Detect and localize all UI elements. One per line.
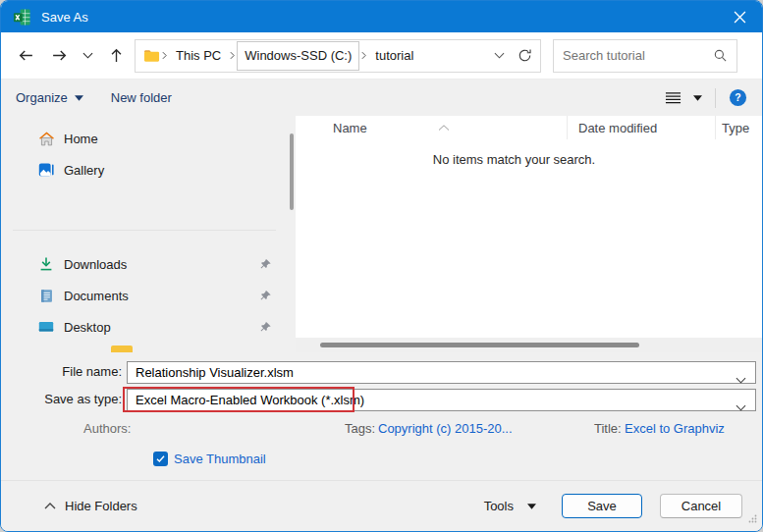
pin-icon[interactable]: [259, 321, 272, 334]
horizontal-scrollbar[interactable]: [296, 338, 762, 352]
address-bar[interactable]: This PC Windows-SSD (C:) tutorial: [135, 39, 541, 73]
sidebar-item-home[interactable]: Home: [1, 127, 286, 150]
sidebar-scrollbar[interactable]: [290, 133, 294, 210]
downloads-icon: [37, 256, 55, 272]
authors-label: Authors:: [83, 421, 131, 436]
pin-icon[interactable]: [259, 258, 272, 271]
sidebar: Home Gallery D: [1, 116, 296, 352]
pin-icon[interactable]: [259, 290, 272, 302]
organize-button[interactable]: Organize: [16, 90, 83, 105]
caret-down-icon: [75, 95, 83, 101]
breadcrumb-separator-icon: [228, 51, 237, 60]
breadcrumb-tutorial[interactable]: tutorial: [368, 41, 420, 71]
save-as-dialog: Save As: [0, 0, 763, 532]
tags-label: Tags:: [345, 421, 375, 436]
search-icon: [713, 48, 728, 63]
file-list: Name Date modified Type No items match y…: [296, 116, 762, 352]
close-button[interactable]: [717, 1, 762, 32]
breadcrumb-this-pc[interactable]: This PC: [169, 41, 228, 71]
chevron-up-icon: [44, 503, 56, 509]
command-bar: Organize New folder ?: [1, 80, 762, 116]
resize-grip[interactable]: [748, 509, 757, 527]
caret-down-icon: [693, 95, 702, 101]
sidebar-item-label: Documents: [64, 289, 129, 303]
recent-locations-button[interactable]: [76, 40, 99, 72]
file-name-label: File name:: [1, 364, 122, 379]
sidebar-separator: [13, 230, 276, 231]
gallery-icon: [37, 162, 55, 178]
title-value[interactable]: Excel to Graphviz: [625, 421, 725, 436]
empty-results-message: No items match your search.: [296, 152, 733, 167]
search-input[interactable]: [563, 48, 713, 63]
home-icon: [37, 131, 55, 147]
folder-icon: [143, 49, 160, 63]
close-icon: [734, 11, 746, 24]
hide-folders-button[interactable]: Hide Folders: [44, 499, 137, 513]
title-label: Title:: [594, 421, 622, 436]
checkmark-icon: [155, 453, 166, 464]
window-title: Save As: [41, 10, 88, 25]
sidebar-item-label: Desktop: [64, 320, 111, 335]
up-button[interactable]: [99, 40, 133, 72]
details-view-icon: [665, 91, 681, 105]
sort-ascending-icon: [438, 117, 450, 134]
refresh-icon: [518, 48, 532, 63]
cancel-button[interactable]: Cancel: [660, 494, 742, 518]
save-form: File name: Save as type: Excel Macro-Ena…: [1, 352, 762, 480]
documents-icon: [37, 289, 55, 303]
save-as-type-label: Save as type:: [1, 392, 122, 406]
address-dropdown-button[interactable]: [486, 41, 512, 71]
column-header-date-modified[interactable]: Date modified: [568, 116, 716, 139]
sidebar-item-documents[interactable]: Documents: [1, 284, 286, 307]
file-name-combobox[interactable]: [127, 361, 756, 384]
chevron-down-icon[interactable]: [736, 370, 746, 388]
sidebar-item-downloads[interactable]: Downloads: [1, 252, 286, 276]
help-icon: ?: [729, 88, 747, 107]
refresh-button[interactable]: [512, 41, 537, 71]
sidebar-item-label: Downloads: [64, 257, 127, 272]
save-button[interactable]: Save: [562, 494, 642, 518]
save-label: Save: [587, 499, 617, 513]
save-as-type-select[interactable]: Excel Macro-Enabled Workbook (*.xlsm): [127, 389, 756, 411]
breadcrumb-windows-ssd[interactable]: Windows-SSD (C:): [237, 41, 359, 71]
file-list-header: Name Date modified Type: [296, 116, 762, 139]
tools-label: Tools: [484, 499, 514, 513]
desktop-icon: [37, 319, 55, 335]
toolbar-divider: [715, 88, 716, 108]
chevron-down-icon: [82, 52, 93, 59]
organize-label: Organize: [16, 90, 68, 105]
column-header-name[interactable]: Name: [296, 116, 568, 139]
column-header-type[interactable]: Type: [716, 116, 762, 139]
file-name-input[interactable]: [136, 365, 730, 380]
chevron-down-icon: [494, 52, 505, 59]
hide-folders-label: Hide Folders: [65, 499, 137, 513]
back-arrow-icon: [18, 47, 34, 64]
new-folder-button[interactable]: New folder: [111, 90, 172, 105]
column-label: Date modified: [578, 121, 657, 135]
forward-button[interactable]: [42, 40, 76, 72]
breadcrumb-separator-icon: [359, 51, 368, 60]
chevron-down-icon[interactable]: [736, 398, 746, 415]
save-thumbnail-label[interactable]: Save Thumbnail: [174, 452, 266, 466]
new-folder-label: New folder: [111, 90, 172, 105]
horizontal-scrollbar-thumb[interactable]: [320, 343, 639, 347]
sidebar-item-label: Gallery: [64, 163, 104, 178]
help-button[interactable]: ?: [729, 88, 747, 107]
breadcrumb-separator-icon: [160, 51, 169, 60]
titlebar: Save As: [1, 1, 762, 32]
tags-value[interactable]: Copyright (c) 2015-20...: [378, 421, 513, 436]
sidebar-item-label: Home: [64, 132, 98, 146]
view-mode-button[interactable]: [665, 91, 681, 105]
caret-down-icon: [527, 504, 536, 509]
forward-arrow-icon: [51, 47, 68, 64]
back-button[interactable]: [9, 40, 42, 72]
sidebar-item-desktop[interactable]: Desktop: [1, 315, 286, 339]
excel-app-icon: [13, 8, 31, 27]
content-area: Home Gallery D: [1, 116, 762, 352]
tools-button[interactable]: Tools: [484, 499, 536, 513]
sidebar-item-partial-folder-icon: [111, 346, 133, 352]
view-mode-dropdown[interactable]: [693, 95, 702, 101]
sidebar-item-gallery[interactable]: Gallery: [1, 158, 286, 182]
svg-text:?: ?: [735, 92, 740, 103]
save-thumbnail-checkbox[interactable]: [153, 452, 168, 466]
